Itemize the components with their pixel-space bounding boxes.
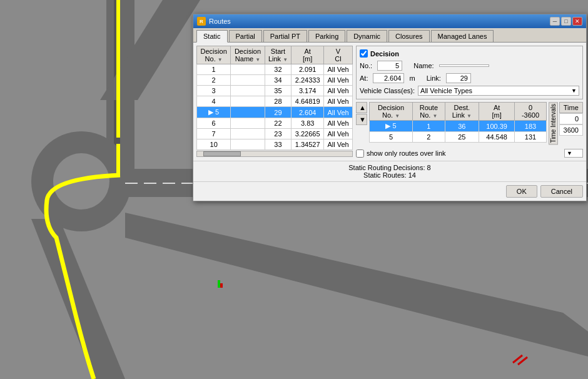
vehicle-class-value: All Vehicle Types [420, 87, 472, 94]
svg-rect-10 [116, 144, 120, 175]
maximize-button[interactable]: □ [561, 17, 571, 26]
table-row[interactable]: 10331.34527All Veh [197, 139, 353, 150]
status-bar: Static Routing Decisions: 8 Static Route… [193, 161, 586, 181]
right-panel: Decision No.: 5 Name: At: 2.604 m Link: … [356, 46, 583, 158]
time-header: Time [559, 102, 583, 113]
show-routes-select[interactable]: ▼ [564, 149, 583, 158]
tab-bar: Static Partial Partial PT Parking Dynami… [193, 28, 586, 43]
route-col-dest-link: Dest.Link ▼ [445, 103, 479, 121]
routes-status: Static Routes: 14 [200, 171, 580, 179]
at-value: 2.604 [373, 73, 404, 83]
decisions-table: DecisionNo. ▼ DecisionName ▼ StartLink ▼… [196, 46, 353, 150]
decision-box: Decision No.: 5 Name: At: 2.604 m Link: … [356, 46, 583, 99]
route-col-decision-no: DecisionNo. ▼ [370, 103, 413, 121]
tab-parking[interactable]: Parking [308, 30, 345, 42]
nav-up-button[interactable]: ▲ [356, 102, 367, 113]
show-routes-label: show only routes over link [367, 149, 446, 157]
window-title: Routes [209, 18, 231, 25]
tab-partial-pt[interactable]: Partial PT [263, 30, 307, 42]
time-cell-3600: 3600 [559, 124, 583, 136]
link-value: 29 [446, 73, 471, 83]
title-bar: R Routes ─ □ ✕ [193, 14, 586, 28]
button-row: OK Cancel [193, 181, 586, 201]
tab-static[interactable]: Static [196, 30, 228, 43]
svg-rect-9 [116, 0, 120, 138]
no-label: No.: [360, 62, 372, 69]
content-area: DecisionNo. ▼ DecisionName ▼ StartLink ▼… [193, 43, 586, 161]
table-row[interactable]: 1322.091All Veh [197, 64, 353, 75]
time-panel: Time Intervals Time 0 3600 [549, 102, 583, 144]
decision-label: Decision [370, 50, 399, 58]
left-panel: DecisionNo. ▼ DecisionName ▼ StartLink ▼… [196, 46, 353, 158]
horizontal-scrollbar[interactable] [196, 151, 353, 157]
svg-point-5 [53, 153, 109, 210]
table-row[interactable]: 7233.22665All Veh [197, 129, 353, 139]
route-row-selected[interactable]: ▶ 5136100.39183 [370, 121, 547, 132]
at-unit: m [409, 74, 415, 82]
time-intervals-label: Time Intervals [549, 102, 558, 144]
routing-decisions-status: Static Routing Decisions: 8 [200, 164, 580, 171]
app-icon: R [197, 17, 206, 26]
show-routes-row: show only routes over link ▼ [356, 149, 583, 158]
close-button[interactable]: ✕ [572, 17, 582, 26]
nav-buttons: ▲ ▼ [356, 102, 367, 144]
minimize-button[interactable]: ─ [550, 17, 560, 26]
svg-rect-11 [218, 280, 220, 288]
decision-name-value [439, 64, 489, 67]
svg-rect-12 [220, 283, 223, 288]
decision-no-value: 5 [377, 61, 402, 71]
name-label: Name: [413, 62, 433, 69]
tab-partial[interactable]: Partial [229, 30, 262, 42]
table-row-selected[interactable]: ▶ 5292.604All Veh [197, 107, 353, 118]
route-col-at: At[m] [479, 103, 515, 121]
nav-down-button[interactable]: ▼ [356, 114, 367, 125]
table-row[interactable]: 4284.64819All Veh [197, 96, 353, 107]
table-row[interactable]: 2342.24333All Veh [197, 75, 353, 86]
cancel-button[interactable]: Cancel [540, 185, 583, 198]
show-routes-checkbox[interactable] [356, 149, 364, 158]
time-cell-0: 0 [559, 113, 583, 124]
routes-dialog: R Routes ─ □ ✕ Static Partial Partial PT… [193, 14, 587, 201]
vehicle-class-select[interactable]: All Vehicle Types ▼ [418, 86, 579, 96]
tab-managed-lanes[interactable]: Managed Lanes [431, 30, 494, 42]
show-routes-arrow-icon: ▼ [567, 150, 572, 156]
time-values: Time 0 3600 [559, 102, 583, 144]
table-row[interactable]: 6223.83All Veh [197, 118, 353, 129]
route-col-val: 0-3600 [515, 103, 546, 121]
col-decision-name: DecisionName ▼ [231, 46, 265, 64]
table-row[interactable]: 3353.174All Veh [197, 86, 353, 96]
routes-table-container: DecisionNo. ▼ RouteNo. ▼ Dest.Link ▼ At[… [369, 102, 547, 144]
at-label: At: [360, 74, 368, 82]
tab-closures[interactable]: Closures [388, 30, 429, 42]
vehicle-class-label: Vehicle Class(es): [360, 87, 415, 94]
col-vcl: VCl [324, 46, 353, 64]
decision-checkbox[interactable] [360, 49, 368, 58]
route-col-route-no: RouteNo. ▼ [413, 103, 445, 121]
link-label: Link: [427, 74, 441, 82]
route-row[interactable]: 522544.548131 [370, 132, 547, 143]
col-decision-no: DecisionNo. ▼ [197, 46, 231, 64]
ok-button[interactable]: OK [506, 185, 537, 198]
col-at: At[m] [291, 46, 324, 64]
routes-section: ▲ ▼ DecisionNo. ▼ RouteNo. ▼ Dest.Link ▼… [356, 102, 583, 144]
select-arrow-icon: ▼ [571, 88, 577, 94]
col-start-link: StartLink ▼ [265, 46, 291, 64]
routes-table: DecisionNo. ▼ RouteNo. ▼ Dest.Link ▼ At[… [369, 102, 547, 143]
tab-dynamic[interactable]: Dynamic [347, 30, 387, 42]
